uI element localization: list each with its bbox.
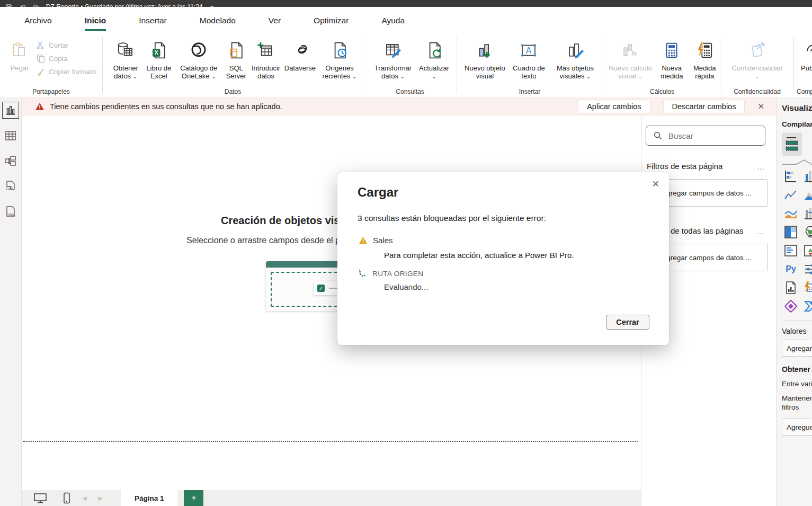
get-data-button[interactable]: Obtener datos ⌄ <box>108 37 143 82</box>
values-header: Valores <box>782 327 812 335</box>
recent-sources-button[interactable]: Orígenes recientes ⌄ <box>317 37 362 82</box>
report-view-icon <box>5 104 16 116</box>
dax-query-view-button[interactable]: DAX <box>4 180 17 193</box>
filters-all-more-icon[interactable]: … <box>757 227 765 236</box>
view-switcher-sidebar: DAX TMDL <box>0 97 22 506</box>
checkbox-icon: ✓ <box>317 285 325 292</box>
filters-page-header: Filtros de esta página <box>647 162 722 171</box>
kpi-icon[interactable] <box>801 242 812 259</box>
dialog-close-button[interactable]: Cerrar <box>606 315 649 330</box>
map-icon[interactable] <box>801 223 812 241</box>
prev-page-arrow-icon: ◀ <box>82 495 86 502</box>
page-tab-pagina-1[interactable]: Página 1 <box>121 490 178 506</box>
dialog-close-icon[interactable]: ✕ <box>652 179 659 190</box>
query-error-detail: Para completar esta acción, actualice a … <box>384 251 574 260</box>
menu-ayuda[interactable]: Ayuda <box>369 11 417 30</box>
refresh-button[interactable]: Actualizar⌄ <box>417 37 451 82</box>
excel-workbook-button[interactable]: X Libro de Excel <box>143 37 174 82</box>
menu-optimizar[interactable]: Optimizar <box>301 11 361 30</box>
smart-narrative-icon[interactable]: 123 <box>801 279 812 296</box>
quick-measure-button[interactable]: Medida rápida <box>688 37 721 82</box>
treemap-icon[interactable] <box>782 223 800 241</box>
new-visual-button[interactable]: Nuevo objeto visual <box>461 37 509 82</box>
values-dropzone[interactable]: Agregar campos de datos aquí <box>782 340 812 357</box>
publish-icon <box>804 38 812 63</box>
transform-data-button[interactable]: Transformar datos ⌄ <box>369 37 417 82</box>
visualizations-panel: Visualizaciones Compilar objeto visual P… <box>776 97 812 506</box>
dialog-message: 3 consultas están bloqueadas por el sigu… <box>358 214 546 223</box>
ribbon-group-clipboard: Pegar Cortar Copia Copiar formato Portap… <box>0 33 102 97</box>
redo-icon: ↷ <box>33 3 39 7</box>
dax-view-icon: DAX <box>4 180 17 193</box>
phone-icon <box>63 492 70 504</box>
panel-expander-chevron[interactable] <box>782 159 812 165</box>
banner-close-icon[interactable]: ✕ <box>757 102 764 111</box>
more-visuals-button[interactable]: Más objetos visuales ⌄ <box>549 37 602 82</box>
panel-divider <box>782 320 812 321</box>
report-view-button[interactable] <box>4 103 17 117</box>
text-box-button[interactable]: A Cuadro de texto <box>509 37 549 82</box>
ribbon: Pegar Cortar Copia Copiar formato Portap… <box>0 33 812 97</box>
ribbon-chart-icon[interactable] <box>801 205 812 222</box>
dataverse-icon <box>290 38 309 63</box>
filters-page-more-icon[interactable]: … <box>757 163 765 171</box>
filter-search-box[interactable] <box>646 126 765 146</box>
sql-server-button[interactable]: SQL Server <box>223 37 249 82</box>
menu-ver[interactable]: Ver <box>256 11 293 30</box>
clustered-column-chart-icon[interactable] <box>801 167 812 185</box>
menu-inicio[interactable]: Inicio <box>72 11 119 30</box>
line-chart-icon[interactable] <box>782 186 800 203</box>
publish-button[interactable]: Publicar <box>799 37 812 73</box>
mobile-view-button[interactable] <box>63 492 70 504</box>
stacked-area-chart-icon[interactable] <box>782 205 800 222</box>
model-view-button[interactable] <box>4 154 17 168</box>
stacked-bar-chart-icon[interactable] <box>782 167 800 185</box>
chart-plus-icon <box>475 38 494 63</box>
discard-changes-button[interactable]: Descartar cambios <box>663 99 745 114</box>
menu-modelado[interactable]: Modelado <box>187 11 248 30</box>
tmdl-view-button[interactable]: TMDL <box>4 205 17 219</box>
build-visual-label: Compilar objeto visual <box>782 120 812 128</box>
area-chart-icon[interactable] <box>801 186 812 203</box>
ribbon-group-sensitivity: Confidencialidad⌄ Confidencialidad <box>721 33 793 97</box>
menu-insertar[interactable]: Insertar <box>126 11 180 30</box>
web-view-button[interactable] <box>33 493 47 503</box>
slicer-icon[interactable] <box>801 260 812 278</box>
title-dropdown-icon[interactable]: ▾ <box>210 3 214 7</box>
copy-button: Copia <box>36 54 96 63</box>
load-dialog: ✕ Cargar 3 consultas están bloqueadas po… <box>337 172 669 345</box>
menu-archivo[interactable]: Archivo <box>12 11 65 30</box>
dialog-title: Cargar <box>358 185 398 200</box>
query-item-sales: Sales <box>359 236 393 245</box>
multi-row-card-icon[interactable] <box>782 242 800 259</box>
warning-amber-icon <box>359 236 368 244</box>
table-view-icon <box>4 129 17 142</box>
table-view-button[interactable] <box>4 129 17 143</box>
new-measure-button[interactable]: Nueva medida <box>655 37 689 82</box>
drillthrough-dropzone[interactable]: Agregue campos de obtención de detalles … <box>782 419 812 436</box>
ribbon-group-share: Publicar Compartir <box>795 33 812 97</box>
apply-changes-button[interactable]: Aplicar cambios <box>578 99 650 114</box>
banner-message: Tiene cambios pendientes en sus consulta… <box>50 102 578 111</box>
svg-text:A: A <box>526 46 532 55</box>
enter-data-button[interactable]: Introducir datos <box>249 37 282 82</box>
query-item-ruta-origen: RUTA ORIGEN <box>359 269 423 278</box>
build-visual-mode-button[interactable] <box>782 132 802 156</box>
svg-text:TMDL: TMDL <box>6 213 15 216</box>
onelake-icon <box>189 38 208 63</box>
stamp-icon <box>748 38 767 63</box>
next-page-arrow-icon: ▶ <box>98 495 102 502</box>
add-page-button[interactable]: + <box>184 490 203 506</box>
paginated-report-icon[interactable] <box>782 279 800 296</box>
query-name: RUTA ORIGEN <box>372 270 423 278</box>
database-table-icon <box>116 38 135 63</box>
onelake-catalog-button[interactable]: Catálogo de OneLake ⌄ <box>174 37 223 82</box>
query-status: Evaluando... <box>384 282 428 291</box>
power-apps-icon[interactable] <box>782 297 800 315</box>
drillthrough-header: Obtener detalles <box>782 365 812 374</box>
power-automate-icon[interactable] <box>801 297 812 315</box>
search-input[interactable] <box>667 131 749 141</box>
text-box-icon: A <box>519 38 538 63</box>
python-visual-icon[interactable]: Py <box>782 260 800 278</box>
dataverse-button[interactable]: Dataverse <box>283 37 317 73</box>
